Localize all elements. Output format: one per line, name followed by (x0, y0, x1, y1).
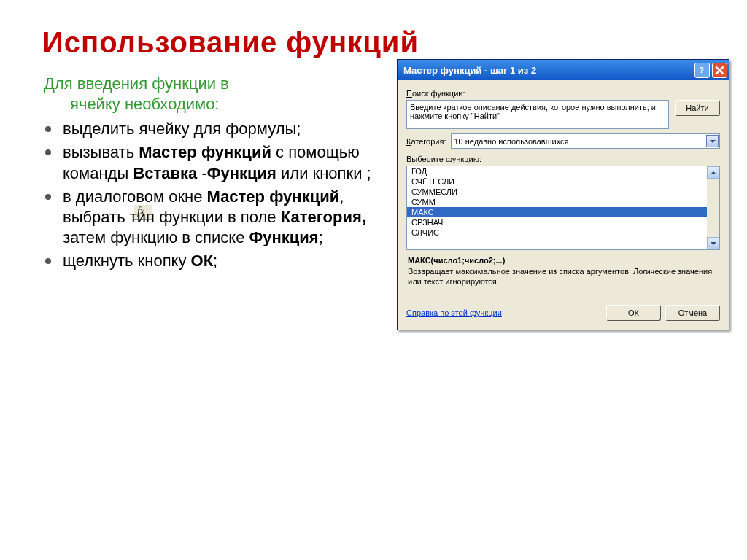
list-item[interactable]: ГОД (407, 166, 707, 176)
category-row: Категория: 10 недавно использовавшихся (406, 133, 720, 149)
search-label-rest: оиск функции: (412, 89, 465, 98)
slide-content: Для введения функции в ячейку необходимо… (42, 74, 740, 345)
scroll-down-button[interactable] (707, 237, 719, 249)
function-wizard-dialog: Мастер функций - шаг 1 из 2 ? Поиск функ… (397, 59, 729, 330)
bullet-2: вызывать Мастер функций с помощью команд… (42, 142, 392, 183)
function-listbox[interactable]: ГОД СЧЁТЕСЛИ СУММЕСЛИ СУММ МАКС СРЗНАЧ С… (406, 166, 720, 250)
bullet-4: щелкнуть кнопку ОК; (42, 251, 392, 271)
list-item[interactable]: СЛЧИС (407, 228, 707, 238)
list-item[interactable]: СУММ (407, 197, 707, 207)
list-item-selected[interactable]: МАКС (407, 207, 707, 217)
help-link[interactable]: Справка по этой функции (406, 308, 502, 317)
dialog-wrapper: Мастер функций - шаг 1 из 2 ? Поиск функ… (397, 59, 729, 330)
b3-post: ; (319, 228, 323, 246)
b4-post: ; (213, 252, 217, 270)
dialog-body: Поиск функции: Введите краткое описание … (398, 80, 729, 298)
combo-dropdown-button[interactable] (706, 135, 719, 147)
dialog-footer: Справка по этой функции ОК Отмена (398, 298, 729, 330)
b3-bold2: Категория, (281, 208, 366, 226)
b4-bold: ОК (191, 252, 214, 270)
bullet-1: выделить ячейку для формулы; (42, 119, 392, 139)
function-signature: МАКС(число1;число2;...) (408, 256, 719, 265)
chevron-down-icon (711, 241, 716, 246)
b2-post: или кнопки ; (276, 164, 371, 182)
category-label: Категория: (406, 137, 446, 146)
function-description: МАКС(число1;число2;...) Возвращает макси… (408, 256, 719, 287)
cancel-button[interactable]: Отмена (665, 305, 720, 321)
ok-button[interactable]: ОК (606, 305, 661, 321)
category-combo[interactable]: 10 недавно использовавшихся (451, 133, 721, 149)
chevron-up-icon (711, 170, 716, 176)
search-label: Поиск функции: (406, 89, 720, 98)
scroll-track[interactable] (707, 179, 719, 237)
dialog-titlebar[interactable]: Мастер функций - шаг 1 из 2 ? (398, 60, 729, 80)
bullet-1-text: выделить ячейку для формулы; (63, 120, 301, 138)
b2-bold2: Вставка (133, 164, 197, 182)
intro-line2: ячейку необходимо: (70, 94, 392, 114)
slide: Использование функций Для введения функц… (0, 0, 747, 560)
list-item[interactable]: СЧЁТЕСЛИ (407, 176, 707, 187)
b3-pre: в диалоговом окне (63, 187, 207, 206)
bullet-list: выделить ячейку для формулы; вызывать Ма… (42, 119, 392, 271)
b2-pre: вызывать (63, 143, 139, 161)
intro-line1: Для введения функции в (44, 74, 229, 93)
scroll-up-button[interactable] (707, 166, 719, 179)
dialog-title-text: Мастер функций - шаг 1 из 2 (403, 65, 536, 76)
help-button[interactable]: ? (694, 63, 710, 78)
chevron-down-icon (710, 139, 716, 144)
b4-pre: щелкнуть кнопку (63, 252, 191, 270)
category-label-rest: атегория: (411, 137, 446, 146)
b2-bold1: Мастер функций (139, 143, 271, 161)
b2-dash: - (197, 164, 206, 182)
b3-bold3: Функция (249, 228, 319, 246)
category-value: 10 недавно использовавшихся (452, 137, 706, 146)
list-item[interactable]: СУММЕСЛИ (407, 187, 707, 197)
scrollbar[interactable] (707, 166, 719, 249)
help-icon: ? (697, 66, 707, 75)
find-button[interactable]: Найти (675, 100, 720, 116)
svg-text:?: ? (699, 66, 703, 74)
b3-mid2: затем функцию в списке (63, 228, 249, 246)
select-function-label: Выберите функцию: (406, 155, 720, 163)
slide-title: Использование функций (42, 26, 740, 59)
function-list-items: ГОД СЧЁТЕСЛИ СУММЕСЛИ СУММ МАКС СРЗНАЧ С… (407, 166, 707, 249)
list-item[interactable]: СРЗНАЧ (407, 217, 707, 228)
search-row: Введите краткое описание действия, котор… (406, 100, 720, 129)
intro-text: Для введения функции в ячейку необходимо… (42, 74, 392, 114)
b3-bold1: Мастер функций (207, 187, 340, 206)
close-icon (715, 66, 724, 75)
bullet-3: в диалоговом окне Мастер функций, выбрат… (42, 187, 392, 248)
search-input[interactable]: Введите краткое описание действия, котор… (406, 100, 669, 129)
function-description-text: Возвращает максимальное значение из спис… (408, 266, 719, 287)
b2-bold3: Функция (207, 164, 276, 182)
close-button[interactable] (712, 63, 727, 78)
text-column: Для введения функции в ячейку необходимо… (42, 74, 392, 274)
search-label-u: П (406, 89, 412, 98)
